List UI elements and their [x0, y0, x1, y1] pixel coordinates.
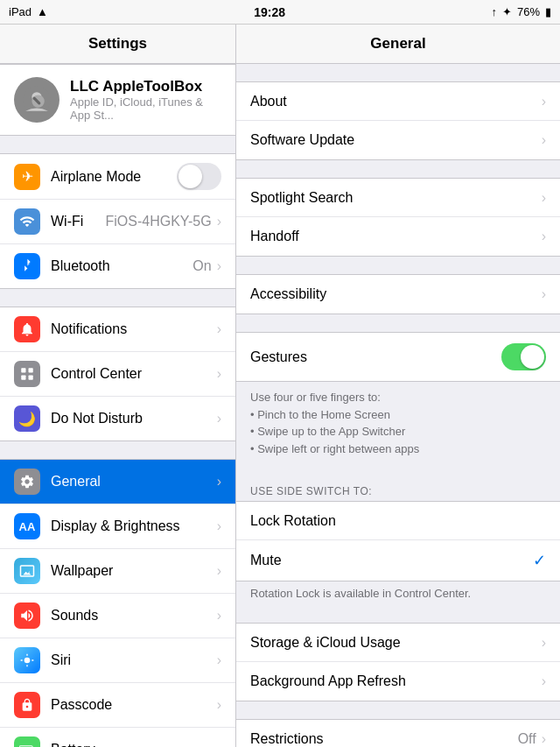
sounds-label: Sounds [51, 608, 217, 624]
restrictions-row[interactable]: Restrictions Off › [236, 720, 560, 747]
left-header: Settings [0, 25, 235, 64]
siri-icon [14, 647, 40, 673]
wifi-row[interactable]: Wi-Fi FiOS-4HGKY-5G › [0, 200, 235, 244]
status-left: iPad ▲ [9, 5, 48, 18]
general-label: General [51, 474, 217, 490]
gestures-toggle[interactable] [501, 343, 546, 370]
mute-row[interactable]: Mute ✓ [236, 540, 560, 581]
software-update-row[interactable]: Software Update › [236, 121, 560, 159]
gestures-description: Use four or five fingers to: • Pinch to … [236, 382, 560, 462]
restrictions-chevron: › [542, 731, 546, 747]
location-icon: ↑ [491, 5, 497, 18]
accessibility-chevron: › [542, 286, 546, 302]
about-row[interactable]: About › [236, 82, 560, 121]
accessibility-label: Accessibility [250, 286, 542, 302]
sounds-icon [14, 603, 40, 629]
battery-chevron: › [217, 742, 221, 747]
accessibility-row[interactable]: Accessibility › [236, 275, 560, 314]
handoff-row[interactable]: Handoff › [236, 217, 560, 256]
bluetooth-chevron: › [217, 258, 221, 274]
passcode-chevron: › [217, 697, 221, 713]
account-row[interactable]: LLC AppleToolBox Apple ID, iCloud, iTune… [0, 64, 235, 136]
gestures-label: Gestures [250, 349, 501, 365]
siri-label: Siri [51, 652, 217, 668]
ipad-label: iPad [9, 5, 32, 18]
bluetooth-icon: ✦ [502, 5, 512, 18]
airplane-mode-toggle[interactable] [177, 163, 221, 190]
notifications-chevron: › [217, 321, 221, 337]
wifi-label: Wi-Fi [51, 214, 105, 229]
display-brightness-chevron: › [217, 518, 221, 534]
spotlight-search-label: Spotlight Search [250, 190, 542, 206]
search-group: Spotlight Search › Handoff › [236, 178, 560, 257]
status-time: 19:28 [254, 5, 285, 19]
airplane-mode-icon: ✈ [14, 164, 40, 190]
accessibility-group: Accessibility › [236, 274, 560, 314]
mute-checkmark: ✓ [533, 551, 546, 570]
software-update-chevron: › [542, 132, 546, 148]
restrictions-value: Off [518, 731, 536, 747]
spotlight-chevron: › [542, 190, 546, 206]
control-center-label: Control Center [51, 366, 217, 382]
control-center-row[interactable]: Control Center › [0, 352, 235, 397]
wallpaper-label: Wallpaper [51, 563, 217, 579]
battery-percent: 76% [517, 5, 540, 18]
account-subtitle: Apple ID, iCloud, iTunes & App St... [70, 95, 221, 122]
notifications-row[interactable]: Notifications › [0, 307, 235, 352]
side-switch-header: USE SIDE SWITCH TO: [236, 480, 560, 501]
restrictions-label: Restrictions [250, 731, 518, 747]
battery-icon: ▮ [545, 5, 551, 18]
wallpaper-row[interactable]: Wallpaper › [0, 549, 235, 594]
left-panel: Settings LLC AppleToolBox Apple ID, iClo… [0, 25, 236, 747]
passcode-icon [14, 692, 40, 718]
mute-label: Mute [250, 553, 533, 568]
airplane-mode-label: Airplane Mode [51, 169, 177, 185]
airplane-mode-row[interactable]: ✈ Airplane Mode [0, 154, 235, 200]
spotlight-search-row[interactable]: Spotlight Search › [236, 179, 560, 217]
siri-row[interactable]: Siri › [0, 638, 235, 683]
status-right: ↑ ✦ 76% ▮ [491, 5, 551, 18]
control-center-chevron: › [217, 366, 221, 382]
handoff-label: Handoff [250, 229, 542, 244]
passcode-label: Passcode [51, 697, 217, 713]
display-brightness-icon: AA [14, 513, 40, 539]
wifi-icon [14, 208, 40, 235]
general-row[interactable]: General › [0, 460, 235, 504]
avatar [14, 77, 60, 123]
notifications-group: Notifications › Control Center › 🌙 Do No… [0, 307, 235, 441]
storage-row[interactable]: Storage & iCloud Usage › [236, 624, 560, 662]
svg-rect-7 [29, 376, 33, 380]
bluetooth-value: On [192, 258, 211, 274]
display-brightness-row[interactable]: AA Display & Brightness › [0, 504, 235, 549]
bg-refresh-chevron: › [542, 673, 546, 689]
sounds-row[interactable]: Sounds › [0, 594, 235, 638]
passcode-row[interactable]: Passcode › [0, 683, 235, 728]
do-not-disturb-label: Do Not Disturb [51, 411, 217, 426]
storage-label: Storage & iCloud Usage [250, 635, 542, 651]
connectivity-group: ✈ Airplane Mode Wi-Fi FiOS-4HGKY-5G › [0, 153, 235, 289]
preferences-group: General › AA Display & Brightness › Wall… [0, 459, 235, 747]
main-layout: Settings LLC AppleToolBox Apple ID, iClo… [0, 25, 560, 747]
wifi-value: FiOS-4HGKY-5G [105, 214, 211, 229]
wifi-chevron: › [217, 214, 221, 229]
bluetooth-row[interactable]: Bluetooth On › [0, 244, 235, 288]
avatar-icon [23, 86, 51, 114]
rotation-note: Rotation Lock is available in Control Ce… [236, 581, 560, 605]
bg-refresh-row[interactable]: Background App Refresh › [236, 662, 560, 701]
status-bar: iPad ▲ 19:28 ↑ ✦ 76% ▮ [0, 0, 560, 25]
wifi-icon: ▲ [37, 5, 48, 18]
do-not-disturb-icon: 🌙 [14, 405, 40, 432]
battery-row[interactable]: Battery › [0, 728, 235, 747]
wallpaper-icon [14, 558, 40, 584]
software-update-label: Software Update [250, 132, 542, 148]
bluetooth-label: Bluetooth [51, 258, 192, 274]
lock-rotation-row[interactable]: Lock Rotation [236, 502, 560, 540]
battery-icon [14, 736, 40, 747]
bluetooth-icon [14, 253, 40, 279]
gestures-row[interactable]: Gestures [236, 333, 560, 381]
about-chevron: › [542, 94, 546, 109]
svg-rect-5 [29, 368, 33, 372]
do-not-disturb-row[interactable]: 🌙 Do Not Disturb › [0, 397, 235, 440]
right-panel: General About › Software Update › Spotli… [236, 25, 560, 747]
sounds-chevron: › [217, 608, 221, 624]
